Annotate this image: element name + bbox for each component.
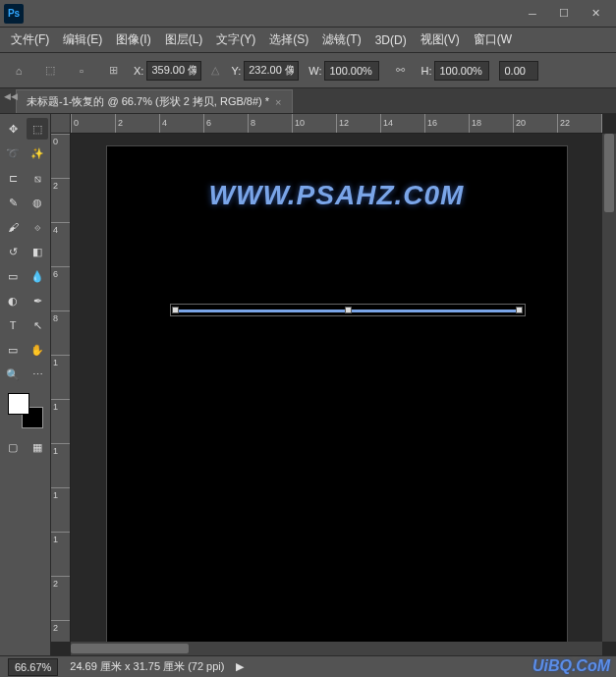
- brand-watermark: UiBQ.CoM: [532, 657, 610, 675]
- scrollbar-thumb[interactable]: [604, 134, 614, 212]
- document-tab[interactable]: 未标题-1-恢复的 @ 66.7% (形状 2 拷贝, RGB/8#) * ×: [16, 89, 293, 113]
- y-input[interactable]: [244, 61, 299, 81]
- screenmode-toggle[interactable]: ▦: [27, 436, 48, 458]
- vertical-scrollbar[interactable]: [602, 134, 616, 642]
- move-tool[interactable]: ✥: [2, 118, 24, 140]
- collapse-panels-icon[interactable]: ◀◀: [4, 92, 18, 101]
- menu-edit[interactable]: 编辑(E): [58, 28, 107, 51]
- menu-type[interactable]: 文字(Y): [211, 28, 260, 51]
- y-label: Y:: [231, 65, 241, 77]
- transform-handle-center[interactable]: [345, 307, 352, 313]
- watermark-text: WWW.PSAHZ.C0M: [107, 180, 567, 211]
- transform-handle-right[interactable]: [516, 307, 523, 313]
- foreground-swatch[interactable]: [8, 393, 29, 415]
- lasso-tool[interactable]: ➰: [2, 142, 24, 164]
- w-label: W:: [308, 65, 321, 77]
- delta-icon[interactable]: △: [211, 64, 219, 77]
- eraser-tool[interactable]: ◧: [27, 241, 48, 262]
- menu-select[interactable]: 选择(S): [264, 28, 313, 51]
- menu-window[interactable]: 窗口(W: [469, 28, 517, 51]
- pen-tool[interactable]: ✒: [27, 290, 48, 311]
- gradient-tool[interactable]: ▭: [2, 265, 24, 287]
- scrollbar-thumb[interactable]: [71, 644, 189, 653]
- crop-tool[interactable]: ⊏: [2, 167, 24, 189]
- color-swatches[interactable]: [8, 393, 43, 428]
- brush-tool[interactable]: 🖌: [2, 216, 24, 238]
- horizontal-ruler[interactable]: 024681012141618202224: [71, 114, 602, 134]
- marquee-tool[interactable]: ⬚: [27, 118, 48, 140]
- transform-handle-left[interactable]: [172, 307, 179, 313]
- document-tabbar: ◀◀ 未标题-1-恢复的 @ 66.7% (形状 2 拷贝, RGB/8#) *…: [0, 88, 616, 114]
- type-tool[interactable]: T: [2, 314, 24, 336]
- menu-image[interactable]: 图像(I): [111, 28, 155, 51]
- home-icon[interactable]: ⌂: [8, 60, 29, 82]
- blur-tool[interactable]: 💧: [27, 265, 48, 287]
- wand-tool[interactable]: ✨: [27, 142, 48, 164]
- maximize-button[interactable]: ☐: [555, 5, 573, 23]
- x-label: X:: [134, 65, 143, 77]
- quickmask-toggle[interactable]: ▢: [2, 436, 24, 458]
- ruler-corner[interactable]: [51, 114, 71, 134]
- h-input[interactable]: [434, 61, 489, 81]
- patch-tool[interactable]: ◍: [27, 192, 48, 213]
- doc-dimensions: 24.69 厘米 x 31.75 厘米 (72 ppi): [70, 659, 224, 674]
- close-tab-icon[interactable]: ×: [275, 96, 281, 108]
- reference-point-icon[interactable]: ▫: [71, 60, 92, 82]
- menu-3d[interactable]: 3D(D): [370, 30, 412, 50]
- dodge-tool[interactable]: ◐: [2, 290, 24, 311]
- shape-tool[interactable]: ▭: [2, 339, 24, 361]
- grid-ref-icon[interactable]: ⊞: [102, 60, 124, 82]
- toolbox: ✥ ⬚ ➰ ✨ ⊏ ⧅ ✎ ◍ 🖌 ⟐ ↺ ◧ ▭ 💧 ◐ ✒ T ↖ ▭ ✋ …: [0, 114, 51, 655]
- link-icon[interactable]: ⚯: [389, 60, 411, 82]
- vertical-ruler[interactable]: 024681111122: [51, 134, 71, 642]
- canvas[interactable]: WWW.PSAHZ.C0M: [106, 145, 568, 642]
- menu-view[interactable]: 视图(V): [416, 28, 465, 51]
- menubar: 文件(F) 编辑(E) 图像(I) 图层(L) 文字(Y) 选择(S) 滤镜(T…: [0, 28, 616, 53]
- transform-icon[interactable]: ⬚: [39, 60, 61, 82]
- options-bar: ⌂ ⬚ ▫ ⊞ X: △ Y: W: ⚯ H:: [0, 53, 616, 88]
- stamp-tool[interactable]: ⟐: [27, 216, 48, 238]
- path-select-tool[interactable]: ↖: [27, 314, 48, 336]
- close-button[interactable]: ✕: [587, 5, 604, 23]
- statusbar: 66.67% 24.69 厘米 x 31.75 厘米 (72 ppi) ▶ Ui…: [0, 655, 616, 677]
- more-tools[interactable]: ⋯: [27, 364, 48, 385]
- document-tab-title: 未标题-1-恢复的 @ 66.7% (形状 2 拷贝, RGB/8#) *: [27, 94, 269, 109]
- w-input[interactable]: [324, 61, 379, 81]
- h-label: H:: [420, 65, 431, 77]
- menu-filter[interactable]: 滤镜(T): [317, 28, 365, 51]
- status-arrow-icon[interactable]: ▶: [236, 660, 244, 673]
- zoom-level[interactable]: 66.67%: [8, 658, 58, 676]
- rotation-input[interactable]: [499, 61, 538, 81]
- zoom-tool[interactable]: 🔍: [2, 364, 24, 385]
- menu-file[interactable]: 文件(F): [6, 28, 54, 51]
- ps-logo-icon: Ps: [4, 4, 24, 24]
- slice-tool[interactable]: ⧅: [27, 167, 48, 189]
- history-brush-tool[interactable]: ↺: [2, 241, 24, 262]
- minimize-button[interactable]: ─: [524, 5, 541, 23]
- canvas-area: 024681012141618202224 024681111122 WWW.P…: [51, 114, 616, 655]
- x-input[interactable]: [146, 61, 201, 81]
- eyedropper-tool[interactable]: ✎: [2, 192, 24, 213]
- horizontal-scrollbar[interactable]: [71, 642, 602, 655]
- hand-tool[interactable]: ✋: [27, 339, 48, 361]
- menu-layer[interactable]: 图层(L): [160, 28, 208, 51]
